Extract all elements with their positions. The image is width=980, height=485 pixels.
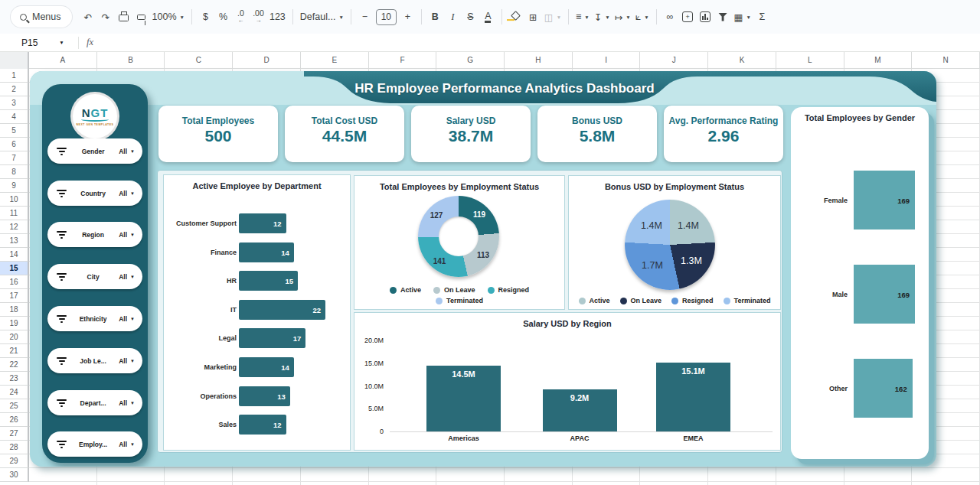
row-header-28[interactable]: 28 bbox=[0, 441, 29, 454]
fx-icon[interactable]: fx bbox=[87, 37, 93, 48]
increase-decimals-button[interactable]: .00→ bbox=[250, 7, 267, 27]
filter-value-dropdown[interactable]: All▼ bbox=[119, 273, 135, 281]
column-header-M[interactable]: M bbox=[844, 52, 913, 68]
column-header-K[interactable]: K bbox=[708, 52, 776, 68]
font-family-select[interactable]: Defaul...▼ bbox=[298, 7, 346, 27]
row-header-16[interactable]: 16 bbox=[0, 275, 29, 289]
column-header-E[interactable]: E bbox=[301, 52, 369, 68]
fill-color-button[interactable] bbox=[507, 7, 524, 27]
font-size-input[interactable]: 10 bbox=[374, 7, 399, 27]
more-formats-button[interactable]: 123 bbox=[267, 7, 288, 27]
select-all-corner[interactable] bbox=[0, 52, 29, 69]
row-header-30[interactable]: 30 bbox=[0, 468, 29, 482]
row-header-14[interactable]: 14 bbox=[0, 248, 29, 262]
undo-button[interactable]: ↶ bbox=[80, 7, 97, 27]
row-header-27[interactable]: 27 bbox=[0, 427, 29, 441]
format-currency-button[interactable]: $ bbox=[197, 7, 214, 27]
column-header-D[interactable]: D bbox=[233, 52, 301, 68]
filter-value-dropdown[interactable]: All▼ bbox=[119, 148, 135, 155]
department-chart-panel[interactable]: Active Employee by Department Customer S… bbox=[163, 174, 351, 451]
borders-button[interactable]: ⊞ bbox=[524, 7, 542, 27]
gender-chart-panel[interactable]: Total Employees by Gender Female169Male1… bbox=[791, 107, 929, 459]
filter-value-dropdown[interactable]: All▼ bbox=[119, 315, 135, 323]
merge-cells-button[interactable]: ◫▼ bbox=[542, 7, 564, 27]
filter-value-dropdown[interactable]: All▼ bbox=[119, 190, 135, 197]
column-header-J[interactable]: J bbox=[640, 52, 708, 68]
filter-value-dropdown[interactable]: All▼ bbox=[119, 357, 135, 365]
column-header-N[interactable]: N bbox=[912, 52, 980, 68]
row-header-13[interactable]: 13 bbox=[0, 234, 29, 248]
print-button[interactable] bbox=[115, 7, 132, 27]
row-header-8[interactable]: 8 bbox=[0, 165, 29, 179]
row-header-10[interactable]: 10 bbox=[0, 193, 29, 207]
strikethrough-button[interactable]: S bbox=[462, 7, 479, 27]
increase-font-size-button[interactable]: + bbox=[399, 7, 416, 27]
insert-chart-button[interactable] bbox=[697, 7, 714, 27]
salary-region-panel[interactable]: Salary USD by Region 20.0M15.0M10.0M5.0M… bbox=[354, 312, 781, 451]
name-box[interactable]: P15 ▼ bbox=[0, 37, 70, 48]
filter-value-dropdown[interactable]: All▼ bbox=[119, 441, 135, 448]
filter-pill-employ[interactable]: Employ...All▼ bbox=[47, 431, 142, 457]
filter-pill-depart[interactable]: Depart...All▼ bbox=[47, 390, 142, 415]
paint-format-button[interactable] bbox=[132, 7, 150, 27]
italic-button[interactable]: I bbox=[444, 7, 462, 27]
row-header-23[interactable]: 23 bbox=[0, 372, 29, 386]
filter-pill-city[interactable]: CityAll▼ bbox=[47, 264, 142, 289]
row-header-22[interactable]: 22 bbox=[0, 358, 29, 372]
filter-pill-country[interactable]: CountryAll▼ bbox=[47, 181, 142, 206]
row-header-24[interactable]: 24 bbox=[0, 386, 29, 399]
filter-pill-ethnicity[interactable]: EthnicityAll▼ bbox=[47, 306, 142, 331]
insert-comment-button[interactable]: + bbox=[679, 7, 697, 27]
horizontal-align-button[interactable]: ≡▼ bbox=[573, 7, 592, 27]
column-header-I[interactable]: I bbox=[573, 52, 641, 68]
redo-button[interactable]: ↷ bbox=[97, 7, 115, 27]
column-header-C[interactable]: C bbox=[165, 52, 233, 68]
filter-value-dropdown[interactable]: All▼ bbox=[119, 399, 135, 407]
row-header-2[interactable]: 2 bbox=[0, 83, 29, 96]
filter-pill-joble[interactable]: Job Le...All▼ bbox=[47, 348, 142, 373]
employment-status-donut-panel[interactable]: Total Employees by Employment Status 119… bbox=[354, 175, 565, 310]
insert-link-button[interactable]: ∞ bbox=[662, 7, 679, 27]
vertical-align-button[interactable]: ↧▼ bbox=[592, 7, 612, 27]
row-header-18[interactable]: 18 bbox=[0, 303, 29, 317]
row-header-25[interactable]: 25 bbox=[0, 399, 29, 413]
column-header-B[interactable]: B bbox=[97, 52, 165, 68]
row-header-12[interactable]: 12 bbox=[0, 220, 29, 234]
table-views-button[interactable]: ▦▼ bbox=[732, 7, 753, 27]
row-header-7[interactable]: 7 bbox=[0, 151, 29, 165]
row-header-20[interactable]: 20 bbox=[0, 330, 29, 344]
row-header-29[interactable]: 29 bbox=[0, 454, 29, 468]
column-header-F[interactable]: F bbox=[369, 52, 437, 68]
column-header-G[interactable]: G bbox=[436, 52, 505, 68]
row-header-21[interactable]: 21 bbox=[0, 344, 29, 358]
row-header-15[interactable]: 15 bbox=[0, 262, 29, 275]
text-wrap-button[interactable]: ↦▼ bbox=[612, 7, 633, 27]
menus-button[interactable]: Menus bbox=[11, 6, 72, 28]
text-color-button[interactable]: A bbox=[479, 7, 497, 27]
decrease-decimals-button[interactable]: .0← bbox=[232, 7, 250, 27]
format-percent-button[interactable]: % bbox=[214, 7, 232, 27]
row-header-11[interactable]: 11 bbox=[0, 207, 29, 220]
column-header-A[interactable]: A bbox=[29, 52, 97, 68]
row-header-17[interactable]: 17 bbox=[0, 289, 29, 303]
column-header-H[interactable]: H bbox=[505, 52, 573, 68]
bonus-pie-panel[interactable]: Bonus USD by Employment Status 1.4M1.3M1… bbox=[568, 175, 781, 310]
row-header-3[interactable]: 3 bbox=[0, 96, 29, 110]
row-header-26[interactable]: 26 bbox=[0, 413, 29, 427]
filter-pill-region[interactable]: RegionAll▼ bbox=[47, 222, 142, 247]
decrease-font-size-button[interactable]: − bbox=[356, 7, 374, 27]
row-header-4[interactable]: 4 bbox=[0, 110, 29, 124]
filter-value-dropdown[interactable]: All▼ bbox=[119, 231, 135, 239]
row-header-6[interactable]: 6 bbox=[0, 138, 29, 151]
text-rotation-button[interactable]: ⟀▼ bbox=[633, 7, 652, 27]
column-header-L[interactable]: L bbox=[776, 52, 844, 68]
row-header-1[interactable]: 1 bbox=[0, 69, 29, 83]
bold-button[interactable]: B bbox=[426, 7, 444, 27]
row-header-5[interactable]: 5 bbox=[0, 124, 29, 138]
create-filter-button[interactable] bbox=[714, 7, 732, 27]
filter-pill-gender[interactable]: GenderAll▼ bbox=[47, 138, 142, 164]
row-header-19[interactable]: 19 bbox=[0, 317, 29, 330]
functions-button[interactable]: Σ bbox=[753, 7, 771, 27]
row-header-9[interactable]: 9 bbox=[0, 179, 29, 193]
zoom-select[interactable]: 100%▼ bbox=[150, 7, 187, 27]
